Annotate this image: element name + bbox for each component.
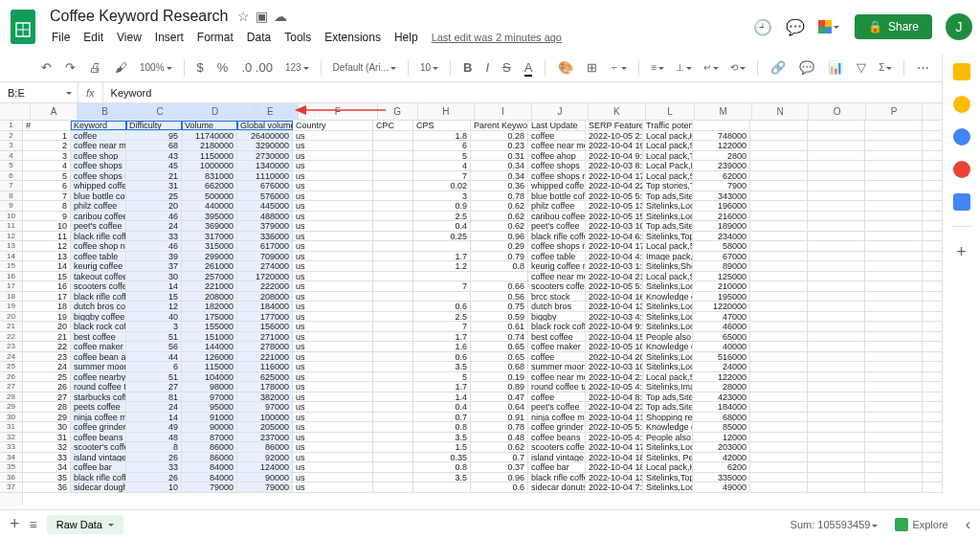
cell[interactable]: 29 xyxy=(23,413,71,422)
cell[interactable]: 25 xyxy=(126,191,182,201)
cell[interactable] xyxy=(808,171,865,181)
maps-icon[interactable] xyxy=(953,193,970,211)
cell[interactable]: # xyxy=(23,121,71,130)
cell[interactable]: us xyxy=(293,342,373,351)
cell[interactable]: 203000 xyxy=(693,442,750,452)
cell[interactable]: 2022-10-04 9:37 xyxy=(586,322,643,331)
cell[interactable]: 90000 xyxy=(182,422,237,432)
cell[interactable] xyxy=(808,241,865,251)
cell[interactable]: Sitelinks,Local p xyxy=(643,212,693,221)
cell[interactable]: 51 xyxy=(126,372,182,382)
cell[interactable] xyxy=(865,272,923,281)
cell[interactable]: 2022-10-04 23:3 xyxy=(586,402,643,412)
cell[interactable]: 12 xyxy=(126,302,182,311)
cell[interactable] xyxy=(808,151,865,161)
row-header[interactable]: 6 xyxy=(0,171,22,182)
cell[interactable]: 0.62 xyxy=(471,212,528,221)
cell[interactable]: 1.6 xyxy=(413,342,471,351)
cell[interactable]: 2180000 xyxy=(182,141,237,150)
all-sheets-button[interactable]: ≡ xyxy=(30,517,37,532)
cell[interactable]: 2022-10-04 15:4 xyxy=(586,332,643,342)
font-size-select[interactable]: 10 xyxy=(418,61,440,74)
cell[interactable]: 3 xyxy=(126,322,182,331)
cell[interactable]: 2022-10-05 2:52 xyxy=(586,131,643,141)
cell[interactable]: Shopping results xyxy=(643,413,693,422)
cell[interactable] xyxy=(471,272,528,281)
cell[interactable]: coffee xyxy=(528,392,586,402)
cell[interactable]: 26 xyxy=(126,473,182,482)
cell[interactable]: 2022-10-04 11:0 xyxy=(586,413,643,422)
cell[interactable]: 2022-10-04 2:45 xyxy=(586,372,643,382)
cell[interactable] xyxy=(808,322,865,331)
cell[interactable] xyxy=(750,161,808,170)
tasks-icon[interactable] xyxy=(953,128,970,146)
cell[interactable]: 7 xyxy=(413,281,471,291)
cell[interactable]: 86000 xyxy=(182,442,237,452)
cell[interactable]: 2022-10-05 15:0 xyxy=(586,212,643,221)
col-header[interactable]: H xyxy=(418,103,476,120)
cell[interactable]: Sitelinks, People xyxy=(643,453,693,462)
cell[interactable]: coffee xyxy=(528,131,586,141)
col-header[interactable]: M xyxy=(695,103,752,120)
row-header[interactable]: 33 xyxy=(0,442,22,453)
cell[interactable]: 62000 xyxy=(693,171,750,181)
cell[interactable] xyxy=(750,442,808,452)
cell[interactable]: 216000 xyxy=(693,212,750,221)
cell[interactable]: Difficulty xyxy=(126,121,182,130)
cell[interactable]: 49 xyxy=(126,422,182,432)
cell[interactable]: 20 xyxy=(23,322,71,331)
cell[interactable] xyxy=(865,221,923,231)
cell[interactable]: 0.89 xyxy=(471,382,528,392)
cell[interactable]: Last Update xyxy=(528,121,586,130)
col-header[interactable]: O xyxy=(809,103,866,120)
cell[interactable]: Sitelinks,Local p xyxy=(643,312,693,322)
cell[interactable]: coffee maker xyxy=(71,342,126,351)
cell[interactable]: 122000 xyxy=(693,141,750,150)
cell[interactable] xyxy=(373,482,413,492)
cell[interactable]: 0.29 xyxy=(471,241,528,251)
cell[interactable]: 10 xyxy=(23,221,71,231)
cell[interactable] xyxy=(750,422,808,432)
cell[interactable]: 39 xyxy=(126,252,182,261)
cell[interactable] xyxy=(750,413,808,422)
cell[interactable]: 1.5 xyxy=(413,442,471,452)
cell[interactable]: 104000 xyxy=(182,372,237,382)
cell[interactable]: 2022-10-05 13:5 xyxy=(586,201,643,211)
cell[interactable] xyxy=(750,151,808,161)
v-align-button[interactable]: ⊥ xyxy=(674,61,694,74)
cell[interactable]: 2022-10-04 18:2 xyxy=(586,462,643,472)
row-header[interactable]: 11 xyxy=(0,221,22,232)
cell[interactable]: 2022-10-03 1:09 xyxy=(586,261,643,271)
row-header[interactable]: 21 xyxy=(0,322,22,332)
cell[interactable]: Top ads,Sitelink xyxy=(643,191,693,201)
cell[interactable]: 5 xyxy=(23,171,71,181)
cell[interactable]: 2022-10-03 10:5 xyxy=(586,221,643,231)
cell[interactable]: 0.9 xyxy=(413,201,471,211)
cell[interactable]: 2022-10-04 22:3 xyxy=(586,181,643,191)
cell[interactable]: 21 xyxy=(23,332,71,342)
cell[interactable] xyxy=(373,241,413,251)
link-button[interactable]: 🔗 xyxy=(768,58,789,77)
row-header[interactable]: 7 xyxy=(0,181,22,191)
cell[interactable] xyxy=(373,302,413,311)
cell[interactable]: 49000 xyxy=(693,482,750,492)
cell[interactable]: 2022-10-04 7:01 xyxy=(586,482,643,492)
cell[interactable] xyxy=(865,482,923,492)
cell[interactable]: 617000 xyxy=(237,241,293,251)
cell[interactable]: 208000 xyxy=(182,292,237,302)
cell[interactable]: 3 xyxy=(413,191,471,201)
cell[interactable]: 239000 xyxy=(693,161,750,170)
cell[interactable] xyxy=(865,191,923,201)
cell[interactable]: us xyxy=(293,322,373,331)
cell[interactable]: 2.5 xyxy=(413,312,471,322)
cell[interactable]: People also ask xyxy=(643,332,693,342)
cell[interactable] xyxy=(808,292,865,302)
cell[interactable] xyxy=(373,392,413,402)
cell[interactable]: caribou coffee xyxy=(71,212,126,221)
row-header[interactable]: 35 xyxy=(0,462,22,473)
cell[interactable]: 6 xyxy=(23,181,71,191)
meet-icon[interactable] xyxy=(818,18,841,35)
cell[interactable]: us xyxy=(293,442,373,452)
cell[interactable]: Top ads,Sitelink xyxy=(643,402,693,412)
cell[interactable]: Knowledge card xyxy=(643,342,693,351)
